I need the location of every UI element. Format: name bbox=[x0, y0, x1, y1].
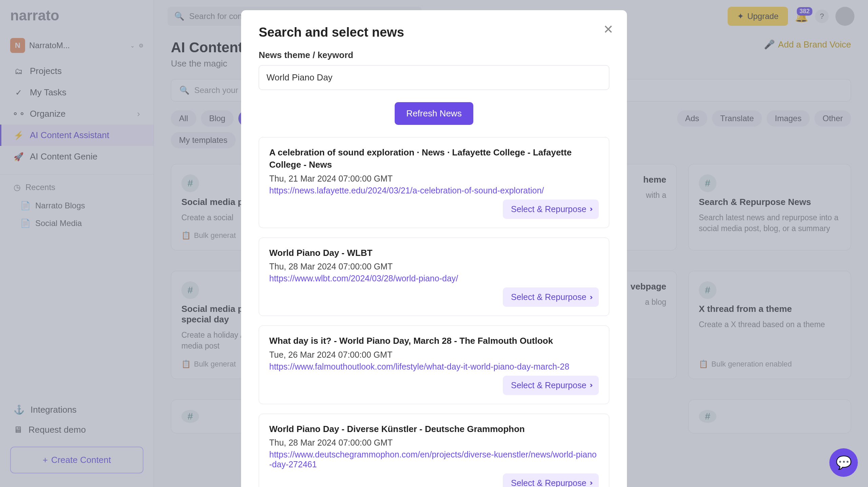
news-keyword-input[interactable] bbox=[259, 65, 609, 90]
select-repurpose-button[interactable]: Select & Repurpose›› bbox=[503, 287, 599, 307]
select-repurpose-button[interactable]: Select & Repurpose›› bbox=[503, 376, 599, 395]
modal-title: Search and select news bbox=[259, 25, 609, 40]
search-news-modal: Search and select news ✕ News theme / ke… bbox=[241, 10, 627, 487]
news-result-item: A celebration of sound exploration · New… bbox=[259, 137, 609, 228]
double-chevron-icon: ›› bbox=[590, 293, 591, 302]
select-repurpose-button[interactable]: Select & Repurpose›› bbox=[503, 200, 599, 219]
news-link[interactable]: https://news.lafayette.edu/2024/03/21/a-… bbox=[269, 186, 599, 195]
double-chevron-icon: ›› bbox=[590, 479, 591, 487]
news-date: Thu, 28 Mar 2024 07:00:00 GMT bbox=[269, 438, 599, 448]
chat-support-button[interactable]: 💬 bbox=[829, 448, 858, 477]
news-result-item: World Piano Day - WLBT Thu, 28 Mar 2024 … bbox=[259, 238, 609, 316]
news-link[interactable]: https://www.wlbt.com/2024/03/28/world-pi… bbox=[269, 274, 599, 283]
field-label: News theme / keyword bbox=[259, 50, 609, 60]
select-repurpose-button[interactable]: Select & Repurpose›› bbox=[503, 473, 599, 487]
close-icon[interactable]: ✕ bbox=[603, 22, 613, 37]
news-result-item: What day is it? - World Piano Day, March… bbox=[259, 325, 609, 404]
news-title: World Piano Day - WLBT bbox=[269, 247, 599, 259]
double-chevron-icon: ›› bbox=[590, 381, 591, 390]
refresh-news-button[interactable]: Refresh News bbox=[395, 102, 473, 125]
news-result-item: World Piano Day - Diverse Künstler - Deu… bbox=[259, 414, 609, 487]
modal-overlay[interactable]: Search and select news ✕ News theme / ke… bbox=[0, 0, 868, 487]
news-link[interactable]: https://www.falmouthoutlook.com/lifestyl… bbox=[269, 362, 599, 372]
news-date: Thu, 28 Mar 2024 07:00:00 GMT bbox=[269, 262, 599, 271]
news-link[interactable]: https://www.deutschegrammophon.com/en/pr… bbox=[269, 450, 599, 469]
news-date: Thu, 21 Mar 2024 07:00:00 GMT bbox=[269, 174, 599, 184]
news-title: What day is it? - World Piano Day, March… bbox=[269, 335, 599, 347]
news-date: Tue, 26 Mar 2024 07:00:00 GMT bbox=[269, 350, 599, 360]
chat-icon: 💬 bbox=[836, 455, 852, 470]
double-chevron-icon: ›› bbox=[590, 205, 591, 213]
news-title: A celebration of sound exploration · New… bbox=[269, 146, 599, 171]
news-title: World Piano Day - Diverse Künstler - Deu… bbox=[269, 423, 599, 435]
news-results-list: A celebration of sound exploration · New… bbox=[259, 137, 609, 487]
